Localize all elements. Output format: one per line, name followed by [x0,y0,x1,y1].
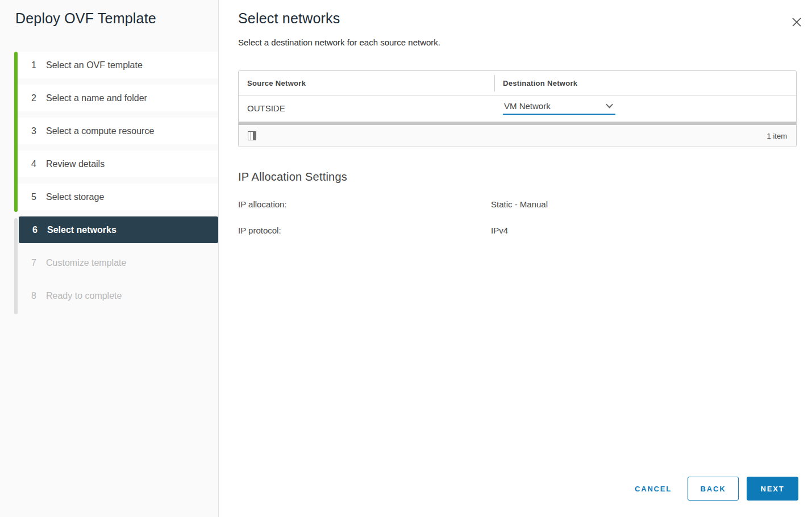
step-ready-to-complete: 8 Ready to complete [18,282,218,309]
ip-allocation-heading: IP Allocation Settings [238,170,347,184]
page-subtitle: Select a destination network for each so… [238,37,440,47]
field-label: IP allocation: [238,199,491,209]
network-mapping-table: Source Network Destination Network OUTSI… [238,70,797,147]
step-label: Ready to complete [46,291,122,301]
step-number: 2 [31,93,46,103]
destination-network-selected-value: VM Network [504,101,551,111]
step-select-networks-active[interactable]: 6 Select networks [19,216,218,243]
step-number: 6 [32,225,47,235]
step-select-a-compute-resource[interactable]: 3 Select a compute resource [18,118,218,144]
wizard-title: Deploy OVF Template [15,10,156,27]
step-label: Select a compute resource [46,126,154,136]
cancel-button[interactable]: CANCEL [634,485,673,493]
step-label: Select networks [47,225,116,235]
table-row: OUTSIDE VM Network [239,95,796,120]
source-network-cell: OUTSIDE [239,103,494,113]
destination-network-cell: VM Network [494,101,796,115]
table-footer: 1 item [239,125,796,147]
ip-protocol-field: IP protocol:IPv4 [238,226,508,235]
step-review-details[interactable]: 4 Review details [18,151,218,177]
ip-allocation-field: IP allocation:Static - Manual [238,199,548,209]
step-number: 8 [31,291,46,301]
step-label: Select storage [46,192,104,202]
field-value: IPv4 [491,226,508,235]
step-number: 7 [31,258,46,268]
column-divider [494,75,495,91]
column-header-destination-network: Destination Network [494,79,796,87]
step-select-a-name-and-folder[interactable]: 2 Select a name and folder [18,85,218,111]
step-label: Review details [46,159,105,169]
field-value: Static - Manual [491,199,548,209]
next-button[interactable]: NEXT [747,477,798,501]
step-label: Select a name and folder [46,93,147,103]
back-button[interactable]: BACK [688,477,739,501]
step-number: 4 [31,159,46,169]
table-header-row: Source Network Destination Network [239,71,796,95]
item-count: 1 item [767,132,787,140]
step-select-an-ovf-template[interactable]: 1 Select an OVF template [18,52,218,78]
wizard-actions: CANCEL BACK NEXT [634,477,798,501]
field-label: IP protocol: [238,226,491,235]
column-header-source-network: Source Network [239,79,494,87]
step-label: Customize template [46,258,126,268]
wizard-steps: 1 Select an OVF template 2 Select a name… [0,52,218,315]
step-number: 3 [31,126,46,136]
destination-network-select[interactable]: VM Network [503,101,615,115]
page-title: Select networks [238,10,340,27]
step-select-storage[interactable]: 5 Select storage [18,184,218,210]
close-icon[interactable] [790,15,803,29]
step-customize-template: 7 Customize template [18,249,218,276]
chevron-down-icon [606,101,613,108]
step-number: 5 [31,192,46,202]
wizard-content-pane: Select networks Select a destination net… [219,0,812,517]
step-number: 1 [31,60,46,70]
wizard-sidebar: Deploy OVF Template 1 Select an OVF temp… [0,0,219,517]
step-label: Select an OVF template [46,60,143,70]
columns-icon[interactable] [248,131,256,140]
